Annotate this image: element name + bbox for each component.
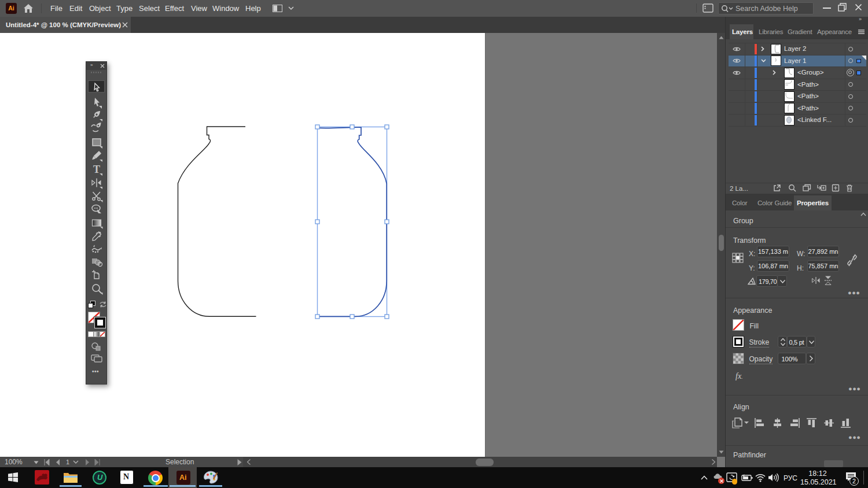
svg-text:1: 1 [66, 459, 69, 465]
svg-text:T: T [93, 164, 100, 175]
